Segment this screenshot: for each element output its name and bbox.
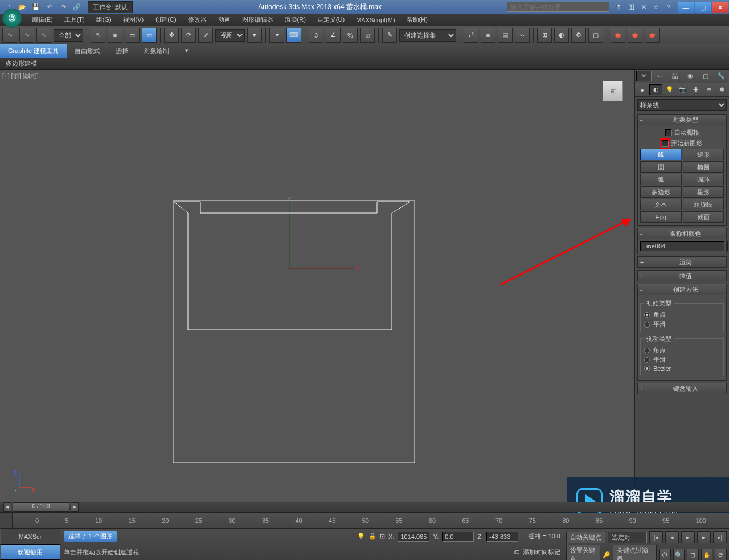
hierarchy-panel-icon[interactable]: 品 [668,71,682,81]
goto-start-icon[interactable]: |◂ [649,531,663,543]
frame-fwd-icon[interactable]: ▸ [71,502,79,512]
menu-maxscript[interactable]: MAXScript(M) [350,17,400,23]
geometry-icon[interactable]: ● [636,84,648,95]
start-new-shape-checkbox[interactable] [662,140,669,147]
angle-snap-icon[interactable]: ∠ [326,28,341,43]
move-icon[interactable]: ✥ [164,28,179,43]
ribbon-tab-graphite[interactable]: Graphite 建模工具 [0,44,67,58]
helix-button[interactable]: 螺旋线 [683,199,724,210]
select-object-icon[interactable]: ↖ [91,28,105,43]
ribbon-tab-object-paint[interactable]: 对象绘制 [136,44,177,58]
next-frame-icon[interactable]: ▸ [697,531,711,543]
initial-smooth-radio[interactable] [644,322,650,328]
unlink-icon[interactable]: ∿ [19,28,34,43]
orbit-icon[interactable]: ⟳ [715,549,727,560]
menu-views[interactable]: 视图(V) [117,15,150,24]
initial-corner-radio[interactable] [644,312,650,318]
application-button[interactable]: ③ [2,9,22,28]
menu-customize[interactable]: 自定义(U) [312,15,350,24]
coord-y[interactable]: 0.0 [442,532,474,542]
render-setup-icon[interactable]: ⚙ [571,28,586,43]
display-panel-icon[interactable]: ▢ [698,71,712,81]
track-bar[interactable]: 0510152025303540455055606570758085909510… [0,512,729,528]
goto-end-icon[interactable]: ▸| [713,531,727,543]
menu-rendering[interactable]: 渲染(R) [279,15,312,24]
bind-icon[interactable]: ∿ [36,28,51,43]
egg-button[interactable]: Egg [640,211,682,223]
helpers-icon[interactable]: ✚ [690,84,702,95]
spacewarps-icon[interactable]: ≋ [703,84,715,95]
keyboard-shortcut-icon[interactable]: ⌨ [286,28,301,43]
welcome-button[interactable]: 欢迎使用 [0,545,60,561]
utilities-panel-icon[interactable]: 🔧 [714,71,728,81]
binoculars-icon[interactable]: 🔭 [613,3,624,11]
material-editor-icon[interactable]: ◐ [554,28,569,43]
select-name-icon[interactable]: ≡ [108,28,122,43]
key-mode-icon[interactable]: 🔑 [603,551,611,559]
add-time-tag[interactable]: 添加时间标记 [523,548,560,557]
line-button[interactable]: 线 [640,149,682,160]
prev-frame-icon[interactable]: ◂ [665,531,679,543]
menu-graph-editors[interactable]: 图形编辑器 [236,15,279,24]
viewcube[interactable]: 前 [603,81,623,101]
coord-z[interactable]: -43.833 [486,532,518,542]
zoom-all-icon[interactable]: ⊞ [687,549,699,560]
search-input[interactable] [507,2,609,12]
lock2-icon[interactable]: 🔒 [368,533,376,540]
select-region-rect-icon[interactable]: ▭ [125,28,140,43]
scale-icon[interactable]: ⤢ [198,28,213,43]
spinner-snap-icon[interactable]: ⎚ [360,28,375,43]
rectangle-button[interactable]: 矩形 [683,149,724,160]
drag-smooth-radio[interactable] [644,357,650,363]
lock-icon[interactable]: 💡 [357,533,365,540]
menu-tools[interactable]: 工具(T) [59,15,91,24]
star-button[interactable]: 星形 [683,186,724,198]
snap-3-icon[interactable]: 3 [309,28,323,43]
time-config-icon[interactable]: ⏱ [659,549,671,560]
undo-icon[interactable]: ↶ [43,1,56,13]
drag-bezier-radio[interactable] [644,366,650,371]
time-slider[interactable]: ◂ 0 / 100 ▸ [0,502,729,512]
cameras-icon[interactable]: 📷 [677,84,689,95]
shapes-icon[interactable]: ◐ [649,84,662,95]
lights-icon[interactable]: 💡 [664,84,675,95]
modify-panel-icon[interactable]: 〰 [653,71,667,81]
rendered-frame-icon[interactable]: ▢ [588,28,603,43]
maxscript-mini-listener[interactable]: MAXScr [0,529,60,545]
star-icon[interactable]: ☆ [650,3,662,11]
zoom-icon[interactable]: 🔍 [673,549,685,560]
time-thumb[interactable]: 0 / 100 [13,502,69,512]
object-name-input[interactable] [640,241,724,251]
render-last-icon[interactable]: 🫖 [645,28,660,43]
rotate-icon[interactable]: ⟳ [181,28,196,43]
ngon-button[interactable]: 多边形 [640,186,682,198]
ribbon-tab-selection[interactable]: 选择 [108,44,136,58]
ribbon-collapse-icon[interactable]: ▾ [177,44,196,58]
minimize-button[interactable]: — [678,2,694,13]
arc-button[interactable]: 弧 [640,174,682,185]
selection-filter[interactable]: 全部 [54,29,83,42]
workspace-selector[interactable]: 工作台: 默认 [88,1,133,13]
isolate-icon[interactable]: ⊡ [380,533,385,540]
named-selection-set[interactable]: 创建选择集 [399,29,456,42]
key-filters-button[interactable]: 关键点过滤器... [613,545,657,560]
viewport[interactable]: [+] [前] [线框] Y X 前 z x [0,70,634,502]
circle-button[interactable]: 圆 [640,161,682,173]
menu-help[interactable]: 帮助(H) [401,15,433,24]
pivot-icon[interactable]: ▾ [247,28,262,43]
reference-coord[interactable]: 视图 [215,29,245,42]
menu-group[interactable]: 组(G) [91,15,117,24]
render-production-icon[interactable]: 🫖 [611,28,625,43]
close-button[interactable]: ✕ [712,2,728,13]
redo-icon[interactable]: ↷ [57,1,69,13]
ellipse-button[interactable]: 椭圆 [683,161,724,173]
pan-icon[interactable]: ✋ [701,549,713,560]
menu-animation[interactable]: 动画 [212,15,236,24]
text-button[interactable]: 文本 [640,199,682,210]
percent-snap-icon[interactable]: % [343,28,358,43]
auto-grid-checkbox[interactable] [665,129,672,136]
maximize-button[interactable]: ▢ [695,2,711,13]
trackbar-keys-icon[interactable] [0,513,13,528]
menu-create[interactable]: 创建(C) [149,15,182,24]
section-button[interactable]: 截面 [683,211,724,223]
